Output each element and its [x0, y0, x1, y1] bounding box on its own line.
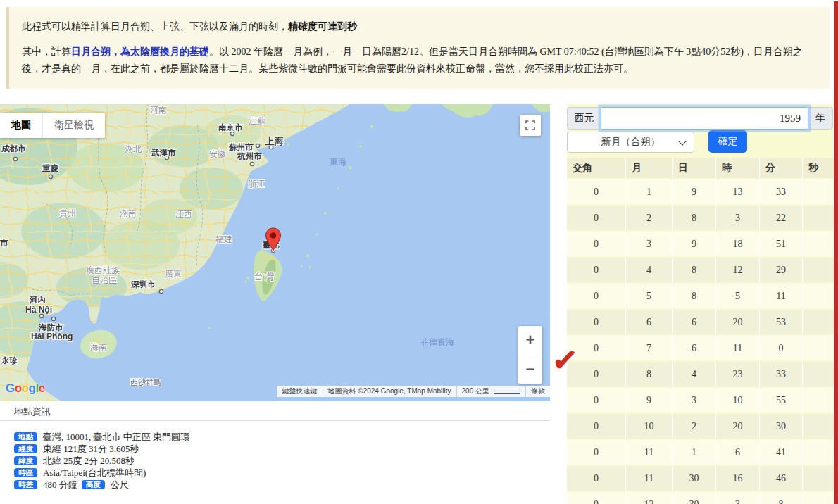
- location-marker-icon[interactable]: [265, 227, 282, 251]
- map-label: 浙江: [248, 178, 265, 190]
- table-cell: 5.646: [803, 232, 838, 256]
- table-cell: 13: [716, 179, 760, 204]
- table-cell: 0: [567, 492, 626, 504]
- map-canvas[interactable]: 河南成都市重慶湖北武漢市南京市江蘇安徽上海蘇州市杭州市浙江東海福建貴州湖南江西廣…: [0, 104, 550, 401]
- table-header-cell: 交角: [567, 158, 626, 178]
- google-logo-letter: o: [22, 382, 29, 395]
- table-row: 019133344.34: [567, 179, 838, 204]
- field-value: 臺灣, 10001, 臺北市 中正區 東門圓環: [43, 431, 189, 442]
- table-cell: 0: [567, 179, 626, 204]
- location-info-row: 緯度北緯 25度 2分 20.508秒: [14, 455, 189, 467]
- map-label: 台灣: [254, 270, 275, 283]
- table-cell: 25.63: [803, 284, 838, 308]
- map-label: 上海: [265, 135, 284, 148]
- table-cell: 10: [626, 414, 673, 439]
- map-label: 福建: [215, 234, 232, 246]
- map-label: 成都市: [1, 144, 26, 154]
- map-type-satellite-button[interactable]: 衛星檢視: [42, 113, 105, 138]
- table-cell: 11: [626, 440, 673, 465]
- red-check-annotation: ✓: [550, 341, 580, 379]
- calculation-panel: 西元 年 新月（合朔） 確定 交角月日時分秒 019133344.3402832…: [567, 104, 833, 504]
- confirm-button[interactable]: 確定: [708, 130, 747, 153]
- table-cell: 4: [626, 258, 673, 282]
- table-cell: 55.47: [803, 492, 838, 504]
- field-value: Asia/Taipei(台北標準時間): [43, 467, 146, 478]
- table-row: 04812291.471: [567, 258, 838, 282]
- moon-phase-selected-value: 新月（合朔）: [601, 136, 661, 149]
- moon-phase-select[interactable]: 新月（合朔）: [567, 132, 694, 153]
- table-cell: 46: [760, 466, 803, 491]
- table-cell: 6: [626, 310, 673, 334]
- map-type-map-button[interactable]: 地圖: [0, 113, 42, 138]
- map-label: 河內: [30, 295, 46, 305]
- table-cell: 52.43: [803, 362, 838, 386]
- location-info-row: 地點臺灣, 10001, 臺北市 中正區 東門圓環: [14, 431, 189, 443]
- location-info-row: 時差480 分鐘高度公尺: [14, 479, 189, 491]
- field-value: 480 分鐘: [43, 479, 77, 490]
- table-cell: 0: [567, 440, 626, 465]
- table-cell: 8: [626, 362, 673, 386]
- table-cell: 0: [567, 258, 626, 282]
- intro-emphasis-blue: 日月合朔，為太陰曆換月的基礎: [71, 46, 209, 57]
- table-cell: 3: [673, 388, 716, 412]
- table-cell: 29: [760, 258, 803, 282]
- map-label: 深圳市: [131, 279, 156, 290]
- chevron-down-icon: [678, 137, 686, 145]
- table-cell: 11: [760, 284, 803, 308]
- map-type-control: 地圖 衛星檢視: [0, 113, 105, 138]
- table-cell: 0.582: [803, 440, 838, 465]
- table-cell: 6: [673, 336, 716, 360]
- table-cell: 6: [716, 440, 760, 465]
- map-terrain: [0, 104, 550, 401]
- table-row: 066205321.56: [567, 310, 838, 334]
- table-cell: 30: [673, 466, 716, 491]
- table-cell: 1: [626, 179, 673, 204]
- table-cell: 0: [567, 206, 626, 230]
- table-row: 012303855.47: [567, 492, 838, 504]
- table-cell: 16: [716, 466, 760, 491]
- map-label: 安徽: [209, 149, 226, 160]
- map-label: 杭州市: [237, 151, 262, 162]
- map-label: 廣東: [165, 268, 182, 280]
- table-cell: 2: [626, 206, 673, 230]
- terms-link[interactable]: 條款: [525, 386, 550, 397]
- google-logo[interactable]: Google: [6, 382, 45, 396]
- table-cell: 3.856: [803, 206, 838, 230]
- table-cell: 9: [673, 179, 716, 204]
- table-cell: 3: [716, 492, 760, 504]
- fullscreen-button[interactable]: [520, 115, 541, 136]
- year-input-group: 西元 年: [567, 107, 833, 130]
- field-badge: 高度: [82, 480, 105, 489]
- table-cell: 2: [673, 414, 716, 439]
- table-row: 0113016460.195: [567, 466, 838, 491]
- zoom-in-button[interactable]: +: [518, 326, 542, 355]
- table-cell: 24.40: [803, 336, 838, 360]
- table-cell: 30: [673, 492, 716, 504]
- map-label: 重慶: [42, 163, 58, 174]
- year-input[interactable]: [601, 107, 808, 130]
- map-label: 武漢市: [151, 148, 176, 158]
- map-attribution: 鍵盤快速鍵 地圖資料 ©2024 Google, TMap Mobility 2…: [277, 386, 551, 397]
- keyboard-shortcuts-link[interactable]: 鍵盤快速鍵: [277, 386, 323, 397]
- intro-note: 此程式可以精準計算日月合朔、上弦、下弦以及滿月的時刻，精確度可達到秒 其中，計算…: [6, 7, 830, 89]
- table-cell: 3: [626, 232, 673, 256]
- map-label: 海南: [90, 341, 107, 353]
- page: 此程式可以精準計算日月合朔、上弦、下弦以及滿月的時刻，精確度可達到秒 其中，計算…: [0, 0, 838, 504]
- table-row: 084233352.43: [567, 362, 838, 386]
- table-cell: 3: [716, 206, 760, 230]
- google-logo-letter: e: [39, 382, 45, 395]
- table-cell: 30: [760, 414, 803, 439]
- zoom-out-button[interactable]: −: [518, 355, 542, 384]
- table-cell: 4: [673, 362, 716, 386]
- table-cell: 1.471: [803, 258, 838, 282]
- table-cell: 0: [567, 284, 626, 308]
- map-label: 市: [0, 238, 8, 248]
- table-cell: 0: [567, 414, 626, 439]
- map-label: Hà Nội: [25, 305, 52, 315]
- table-row: 093105534.13: [567, 388, 838, 412]
- table-cell: 9: [626, 388, 673, 412]
- table-cell: 53: [760, 310, 803, 334]
- location-info-rows: 地點臺灣, 10001, 臺北市 中正區 東門圓環經度東經 121度 31分 3…: [14, 431, 189, 491]
- table-cell: 21.56: [803, 310, 838, 334]
- table-cell: 8: [760, 492, 803, 504]
